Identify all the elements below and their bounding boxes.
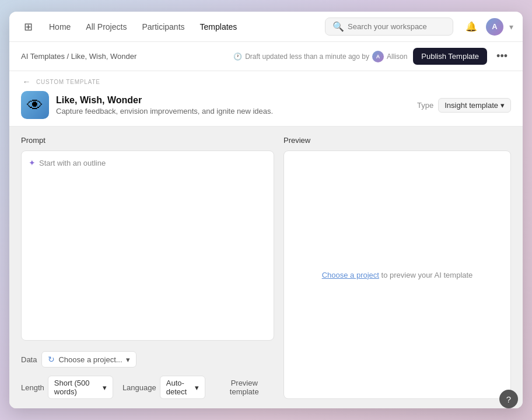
type-select[interactable]: Insight template ▾ bbox=[438, 98, 511, 113]
nav-links: Home All Projects Participants Templates bbox=[42, 19, 320, 35]
preview-suffix: to preview your AI template bbox=[382, 271, 473, 279]
preview-panel: Choose a project to preview your AI temp… bbox=[284, 150, 511, 399]
preview-label: Preview bbox=[284, 136, 511, 145]
template-icon: 👁 bbox=[21, 91, 49, 119]
avatar[interactable]: A bbox=[486, 18, 503, 36]
template-type: Type Insight template ▾ bbox=[417, 98, 511, 113]
outline-label: Start with an outline bbox=[39, 159, 106, 167]
main-content: Prompt ✦ Start with an outline Data ↻ Ch… bbox=[9, 127, 523, 408]
draft-clock-icon: 🕐 bbox=[233, 52, 242, 61]
template-text: Like, Wish, Wonder Capture feedback, env… bbox=[56, 95, 410, 116]
nav-templates[interactable]: Templates bbox=[193, 19, 244, 35]
template-name: Like, Wish, Wonder bbox=[56, 95, 410, 106]
type-label: Type bbox=[417, 101, 433, 110]
account-chevron[interactable]: ▾ bbox=[509, 22, 513, 32]
custom-template-text: CUSTOM TEMPLATE bbox=[36, 79, 100, 85]
draft-status: 🕐 Draft updated less than a minute ago b… bbox=[233, 51, 407, 62]
choose-project-link[interactable]: Choose a project bbox=[322, 271, 379, 279]
back-arrow-icon[interactable]: ← bbox=[21, 76, 33, 88]
length-setting: Length Short (500 words) ▾ bbox=[21, 376, 113, 399]
length-chevron-icon: ▾ bbox=[103, 383, 107, 392]
outline-icon: ✦ bbox=[29, 158, 36, 167]
choose-project-button[interactable]: ↻ Choose a project... ▾ bbox=[41, 351, 136, 368]
publish-template-button[interactable]: Publish Template bbox=[413, 48, 487, 65]
language-value: Auto-detect bbox=[166, 379, 192, 396]
help-icon: ? bbox=[506, 394, 511, 404]
nav-right: 🔔 A ▾ bbox=[463, 18, 513, 36]
choose-project-label: Choose a project... bbox=[58, 355, 122, 364]
type-value: Insight template bbox=[444, 101, 498, 110]
settings-row: Length Short (500 words) ▾ Language Auto… bbox=[21, 376, 274, 399]
language-chevron-icon: ▾ bbox=[195, 383, 199, 392]
left-panel: Prompt ✦ Start with an outline Data ↻ Ch… bbox=[21, 136, 274, 399]
template-header: ← CUSTOM TEMPLATE 👁 Like, Wish, Wonder C… bbox=[9, 71, 523, 127]
choose-project-chevron-icon: ▾ bbox=[126, 355, 130, 364]
breadcrumb: AI Templates / Like, Wish, Wonder bbox=[21, 52, 136, 61]
length-value: Short (500 words) bbox=[54, 379, 100, 396]
data-controls-row: Data ↻ Choose a project... ▾ bbox=[21, 351, 274, 368]
length-label: Length bbox=[21, 383, 44, 392]
template-description: Capture feedback, envision improvements,… bbox=[56, 107, 410, 116]
help-button[interactable]: ? bbox=[499, 390, 518, 408]
nav-home[interactable]: Home bbox=[42, 19, 78, 35]
prompt-area: ✦ Start with an outline bbox=[21, 150, 274, 341]
breadcrumb-bar: AI Templates / Like, Wish, Wonder 🕐 Draf… bbox=[9, 42, 523, 71]
grid-icon[interactable]: ⊞ bbox=[19, 18, 37, 36]
nav-participants[interactable]: Participants bbox=[135, 19, 191, 35]
more-options-button[interactable]: ••• bbox=[493, 48, 511, 65]
preview-template-button[interactable]: Preview template bbox=[215, 376, 274, 398]
draft-status-text: Draft updated less than a minute ago by bbox=[245, 52, 369, 61]
bell-icon[interactable]: 🔔 bbox=[463, 18, 480, 36]
prompt-label: Prompt bbox=[21, 136, 274, 145]
template-info: 👁 Like, Wish, Wonder Capture feedback, e… bbox=[21, 91, 511, 119]
search-input[interactable] bbox=[348, 22, 446, 31]
language-setting: Language Auto-detect ▾ bbox=[123, 376, 205, 399]
author-name: Allison bbox=[387, 52, 407, 61]
sync-icon: ↻ bbox=[48, 355, 55, 364]
top-navigation: ⊞ Home All Projects Participants Templat… bbox=[9, 12, 523, 42]
data-label: Data bbox=[21, 355, 37, 364]
author-avatar: A bbox=[372, 51, 384, 62]
type-chevron-icon: ▾ bbox=[501, 101, 505, 110]
language-label: Language bbox=[123, 383, 156, 392]
custom-template-label: ← CUSTOM TEMPLATE bbox=[21, 76, 511, 88]
nav-all-projects[interactable]: All Projects bbox=[79, 19, 134, 35]
right-panel: Preview Choose a project to preview your… bbox=[284, 136, 511, 399]
length-select[interactable]: Short (500 words) ▾ bbox=[48, 376, 113, 399]
search-bar[interactable]: 🔍 bbox=[325, 18, 453, 36]
prompt-textarea[interactable] bbox=[29, 167, 267, 333]
breadcrumb-actions: 🕐 Draft updated less than a minute ago b… bbox=[233, 48, 511, 65]
search-icon: 🔍 bbox=[332, 21, 344, 32]
start-with-outline-button[interactable]: ✦ Start with an outline bbox=[29, 158, 267, 167]
language-select[interactable]: Auto-detect ▾ bbox=[160, 376, 205, 399]
